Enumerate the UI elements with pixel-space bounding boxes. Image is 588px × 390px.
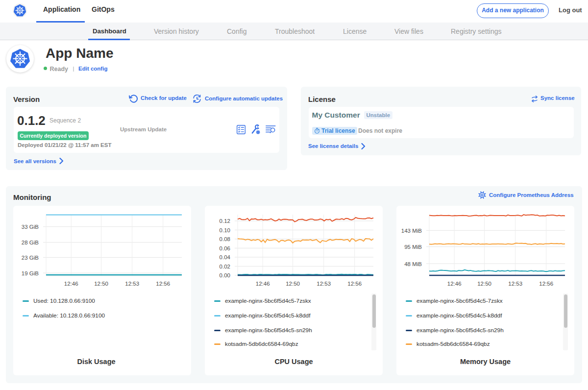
svg-text:12:53: 12:53 xyxy=(317,281,331,287)
svg-text:12:50: 12:50 xyxy=(286,281,300,287)
svg-text:19 GiB: 19 GiB xyxy=(22,270,39,276)
svg-text:0.04: 0.04 xyxy=(220,254,231,260)
svg-text:12:50: 12:50 xyxy=(94,281,108,287)
svg-text:12:56: 12:56 xyxy=(539,281,553,287)
svg-text:12:46: 12:46 xyxy=(447,281,462,287)
svg-text:0.06: 0.06 xyxy=(220,245,230,251)
svg-text:12:46: 12:46 xyxy=(64,281,78,287)
svg-text:12:56: 12:56 xyxy=(347,281,362,287)
svg-text:12:46: 12:46 xyxy=(256,281,270,287)
svg-text:12:53: 12:53 xyxy=(508,281,522,287)
svg-text:12:50: 12:50 xyxy=(477,281,491,287)
svg-text:28 GiB: 28 GiB xyxy=(22,240,39,245)
svg-text:0.12: 0.12 xyxy=(220,218,230,224)
svg-text:0.08: 0.08 xyxy=(220,236,230,242)
svg-text:95 MiB: 95 MiB xyxy=(404,244,422,250)
svg-text:23 GiB: 23 GiB xyxy=(22,255,39,261)
svg-text:12:53: 12:53 xyxy=(125,281,139,287)
svg-text:48 MiB: 48 MiB xyxy=(404,261,422,267)
svg-text:143 MiB: 143 MiB xyxy=(401,228,422,234)
svg-text:33 GiB: 33 GiB xyxy=(22,224,39,230)
svg-text:0.10: 0.10 xyxy=(220,227,230,233)
svg-text:0.00: 0.00 xyxy=(220,272,230,278)
svg-text:12:56: 12:56 xyxy=(156,281,170,287)
svg-text:0.02: 0.02 xyxy=(220,264,230,269)
